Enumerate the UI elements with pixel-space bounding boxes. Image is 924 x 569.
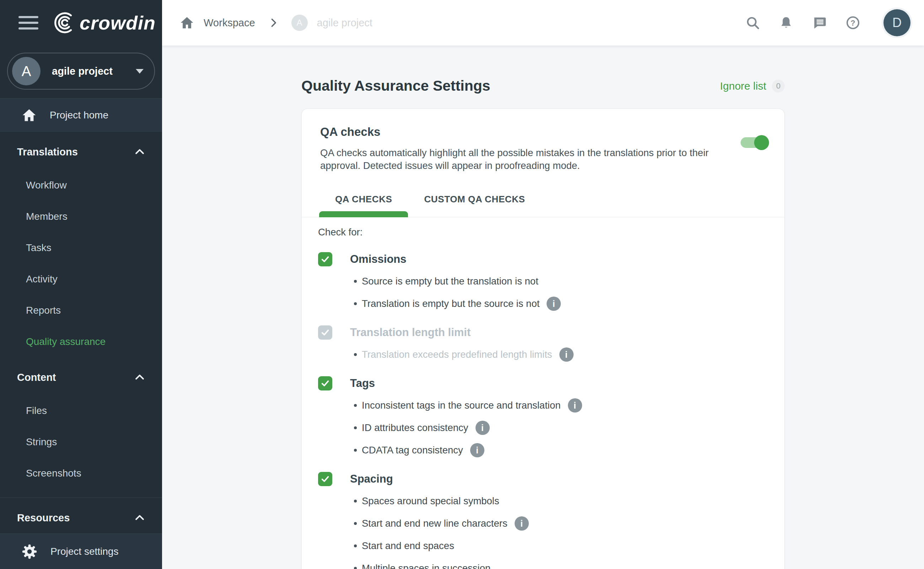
info-icon[interactable]: i <box>470 443 484 457</box>
info-icon[interactable]: i <box>568 398 582 412</box>
qa-check-item: ID attributes consistencyi <box>318 420 766 435</box>
bullet-dot <box>354 522 357 525</box>
bullet-dot <box>354 545 357 547</box>
help-icon[interactable]: ? <box>845 15 861 30</box>
bullet-dot <box>354 500 357 502</box>
qa-section-translation-length-limit: Translation length limitTranslation exce… <box>318 326 766 362</box>
top-bar: Workspace A agile project <box>162 0 924 46</box>
bullet-dot <box>354 404 357 407</box>
sidebar-group-content[interactable]: Content <box>0 361 162 394</box>
sidebar-item-activity[interactable]: Activity <box>0 263 162 295</box>
qa-check-item: Source is empty but the translation is n… <box>318 274 766 289</box>
sidebar-group-translations[interactable]: Translations <box>0 135 162 168</box>
qa-section-items: Inconsistent tags in the source and tran… <box>318 398 766 458</box>
chevron-up-icon <box>134 371 146 383</box>
qa-tabs: QA CHECKSCUSTOM QA CHECKS <box>302 181 784 217</box>
breadcrumb-project[interactable]: agile project <box>317 17 372 29</box>
qa-section-omissions: OmissionsSource is empty but the transla… <box>318 252 766 311</box>
tab-qa-checks[interactable]: QA CHECKS <box>319 181 408 217</box>
sidebar-group-resources[interactable]: Resources <box>0 501 162 534</box>
toggle-knob <box>754 135 769 150</box>
sidebar-item-label: Project home <box>50 110 108 121</box>
sidebar-groups: TranslationsWorkflowMembersTasksActivity… <box>0 135 162 534</box>
sidebar-item-members[interactable]: Members <box>0 201 162 232</box>
sidebar-item-project-settings[interactable]: Project settings <box>0 534 162 569</box>
qa-check-item-text: Inconsistent tags in the source and tran… <box>362 400 561 411</box>
qa-check-item: Spaces around special symbols <box>318 494 766 508</box>
info-icon[interactable]: i <box>475 421 490 435</box>
bullet-dot <box>354 280 357 283</box>
bullet-dot <box>354 449 357 452</box>
sidebar-item-project-home[interactable]: Project home <box>0 99 162 132</box>
sidebar-group-items: WorkflowMembersTasksActivityReportsQuali… <box>0 168 162 358</box>
user-avatar[interactable]: D <box>883 9 910 36</box>
qa-section-title: Spacing <box>350 473 393 485</box>
checkbox-tags[interactable] <box>318 376 332 391</box>
title-row: Quality Assurance Settings Ignore list 0 <box>301 78 785 94</box>
sidebar-item-reports[interactable]: Reports <box>0 295 162 326</box>
qa-check-item: Inconsistent tags in the source and tran… <box>318 398 766 413</box>
breadcrumb-project-avatar: A <box>291 15 308 31</box>
sidebar-item-quality-assurance[interactable]: Quality assurance <box>0 326 162 358</box>
top-actions: ? D <box>745 9 910 36</box>
check-icon <box>320 378 330 388</box>
crowdin-logo-text: crowdin <box>80 12 156 34</box>
hamburger-menu-icon[interactable] <box>18 16 38 29</box>
notifications-bell-icon[interactable] <box>778 15 794 30</box>
sidebar-item-files[interactable]: Files <box>0 395 162 426</box>
qa-section-title: Tags <box>350 377 375 390</box>
sidebar-item-screenshots[interactable]: Screenshots <box>0 458 162 489</box>
checkbox-spacing[interactable] <box>318 472 332 486</box>
qa-card-header: QA checks QA checks automatically highli… <box>302 109 784 172</box>
crowdin-logo[interactable]: crowdin <box>53 11 156 35</box>
qa-check-item: Translation exceeds predefined length li… <box>318 347 766 362</box>
breadcrumb: Workspace A agile project <box>179 15 372 31</box>
qa-check-item: Multiple spaces in succession <box>318 561 766 569</box>
checkbox-omissions[interactable] <box>318 252 332 266</box>
qa-section-header: Omissions <box>318 252 766 266</box>
qa-settings-card: QA checks QA checks automatically highli… <box>301 108 785 569</box>
ignore-list-link[interactable]: Ignore list 0 <box>720 80 785 93</box>
main-content: Quality Assurance Settings Ignore list 0… <box>162 46 924 569</box>
qa-check-item-text: Start and end spaces <box>362 540 454 552</box>
info-icon[interactable]: i <box>546 297 561 311</box>
qa-sections: OmissionsSource is empty but the transla… <box>318 252 766 569</box>
project-avatar: A <box>12 57 41 85</box>
sidebar-group-items: FilesStringsScreenshots <box>0 394 162 489</box>
check-icon <box>320 254 330 264</box>
breadcrumb-workspace[interactable]: Workspace <box>203 17 255 29</box>
qa-section-header: Spacing <box>318 472 766 486</box>
project-selector[interactable]: A agile project <box>7 53 155 90</box>
sidebar-item-tasks[interactable]: Tasks <box>0 232 162 263</box>
info-icon[interactable]: i <box>514 516 529 531</box>
qa-check-item: Translation is empty but the source is n… <box>318 296 766 311</box>
qa-section-items: Source is empty but the translation is n… <box>318 274 766 311</box>
messages-chat-icon[interactable] <box>812 15 827 30</box>
qa-section-spacing: SpacingSpaces around special symbolsStar… <box>318 472 766 569</box>
chevron-up-icon <box>134 512 146 524</box>
crowdin-logo-mark <box>53 11 76 35</box>
sidebar-item-workflow[interactable]: Workflow <box>0 170 162 201</box>
qa-section-items: Spaces around special symbolsStart and e… <box>318 494 766 569</box>
qa-check-item: Start and end spaces <box>318 539 766 553</box>
bullet-dot <box>354 567 357 569</box>
qa-check-item-text: CDATA tag consistency <box>362 444 463 456</box>
qa-check-item-text: Multiple spaces in succession <box>362 563 490 569</box>
sidebar-group-label: Content <box>17 372 56 383</box>
sidebar-divider <box>0 497 162 498</box>
qa-check-item-text: Translation is empty but the source is n… <box>362 298 540 309</box>
qa-checks-toggle[interactable] <box>740 137 768 148</box>
search-icon[interactable] <box>745 15 760 30</box>
checkbox-translation-length-limit[interactable] <box>318 326 332 339</box>
project-name: agile project <box>52 65 124 77</box>
home-icon[interactable] <box>179 15 194 30</box>
home-icon <box>21 107 37 123</box>
tab-custom-qa-checks[interactable]: CUSTOM QA CHECKS <box>408 181 541 217</box>
gear-icon <box>21 543 38 560</box>
qa-check-item-text: Spaces around special symbols <box>362 495 499 507</box>
sidebar-item-strings[interactable]: Strings <box>0 426 162 458</box>
qa-card-title: QA checks <box>320 125 769 139</box>
check-for-label: Check for: <box>318 227 766 238</box>
qa-check-item: CDATA tag consistencyi <box>318 443 766 458</box>
info-icon[interactable]: i <box>559 347 574 362</box>
